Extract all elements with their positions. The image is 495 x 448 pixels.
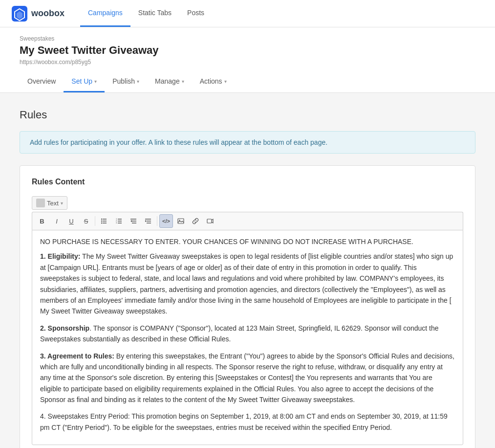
svg-marker-18 [130, 220, 132, 222]
rule-3: 3. Agreement to Rules: By entering this … [40, 351, 455, 405]
page-title: My Sweet Twitter Giveaway [20, 44, 475, 57]
code-button[interactable]: </> [159, 214, 173, 228]
chevron-down-icon: ▾ [224, 79, 227, 84]
underline-button[interactable]: U [65, 214, 78, 228]
breadcrumb: Sweepstakes [20, 35, 475, 42]
page-header: Sweepstakes My Sweet Twitter Giveaway ht… [0, 27, 495, 93]
logo[interactable]: woobox [12, 6, 65, 22]
toolbar-divider [157, 216, 157, 226]
info-banner: Add rules for participating in your offe… [20, 131, 475, 154]
decrease-indent-icon [130, 218, 137, 224]
sub-navigation: Overview Set Up ▾ Publish ▾ Manage ▾ Act… [20, 71, 475, 92]
nav-static-tabs[interactable]: Static Tabs [130, 0, 179, 27]
subnav-setup[interactable]: Set Up ▾ [64, 71, 105, 92]
increase-indent-button[interactable] [141, 214, 155, 228]
video-icon [207, 218, 214, 224]
subnav-manage[interactable]: Manage ▾ [147, 71, 192, 92]
chevron-down-icon: ▾ [61, 201, 63, 206]
italic-button[interactable]: I [50, 214, 64, 228]
editor-content-area[interactable]: NO PURCHASE IS NECESSARY TO ENTER. YOUR … [32, 230, 463, 445]
rule-1-text: The My Sweet Twitter Giveaway sweepstake… [40, 252, 453, 315]
rule-4-text: 4. Sweepstakes Entry Period: This promot… [40, 412, 448, 431]
svg-point-6 [101, 219, 102, 220]
svg-marker-22 [145, 220, 147, 222]
rules-card: Rules Content Text ▾ B I U S 123 [20, 165, 475, 448]
svg-text:3: 3 [116, 222, 117, 224]
ol-icon: 123 [115, 218, 122, 224]
format-label: Text [47, 200, 59, 207]
page-url: https://woobox.com/p85yg5 [20, 59, 475, 66]
video-button[interactable] [203, 214, 217, 228]
chevron-down-icon: ▾ [182, 79, 184, 84]
logo-icon [12, 6, 27, 22]
unordered-list-button[interactable] [97, 214, 111, 228]
rule-3-label: 3. Agreement to Rules: [40, 352, 114, 360]
chevron-down-icon: ▾ [94, 79, 97, 84]
increase-indent-icon [145, 218, 151, 224]
image-button[interactable] [174, 214, 188, 228]
rule-2-label: 2. Sponsorship [40, 324, 89, 332]
bold-button[interactable]: B [35, 214, 49, 228]
editor-toolbar: B I U S 123 </> [32, 212, 463, 230]
nav-posts[interactable]: Posts [179, 0, 212, 27]
main-content: Rules Add rules for participating in you… [0, 93, 495, 448]
rule-4: 4. Sweepstakes Entry Period: This promot… [40, 411, 455, 433]
rule-2-text: . The sponsor is COMPANY ("Sponsor"), lo… [40, 324, 439, 343]
toolbar-divider [95, 216, 95, 226]
svg-rect-25 [207, 219, 212, 223]
rule-1: 1. Eligibility: The My Sweet Twitter Giv… [40, 251, 455, 316]
subnav-overview[interactable]: Overview [20, 71, 64, 92]
ul-icon [101, 218, 108, 224]
logo-text: woobox [31, 8, 65, 19]
chevron-down-icon: ▾ [137, 79, 139, 84]
format-selector[interactable]: Text ▾ [32, 196, 67, 210]
link-icon [192, 218, 199, 224]
svg-rect-23 [178, 219, 184, 224]
top-navigation: woobox Campaigns Static Tabs Posts [0, 0, 495, 27]
card-title: Rules Content [32, 178, 463, 186]
nav-campaigns[interactable]: Campaigns [80, 0, 130, 27]
svg-point-7 [101, 221, 102, 222]
strikethrough-button[interactable]: S [79, 214, 93, 228]
svg-point-8 [101, 223, 102, 224]
nav-links: Campaigns Static Tabs Posts [80, 0, 212, 27]
rule-1-label: 1. Eligibility: [40, 252, 80, 260]
image-icon [177, 218, 184, 224]
rule-2: 2. Sponsorship. The sponsor is COMPANY (… [40, 323, 455, 345]
format-selector-row: Text ▾ [32, 196, 463, 210]
subnav-publish[interactable]: Publish ▾ [105, 71, 147, 92]
svg-point-24 [179, 220, 180, 221]
ordered-list-button[interactable]: 123 [112, 214, 126, 228]
decrease-indent-button[interactable] [127, 214, 140, 228]
link-button[interactable] [189, 214, 202, 228]
subnav-actions[interactable]: Actions ▾ [192, 71, 235, 92]
format-swatch [36, 199, 45, 207]
editor-intro: NO PURCHASE IS NECESSARY TO ENTER. YOUR … [40, 236, 455, 247]
section-title: Rules [20, 109, 475, 121]
